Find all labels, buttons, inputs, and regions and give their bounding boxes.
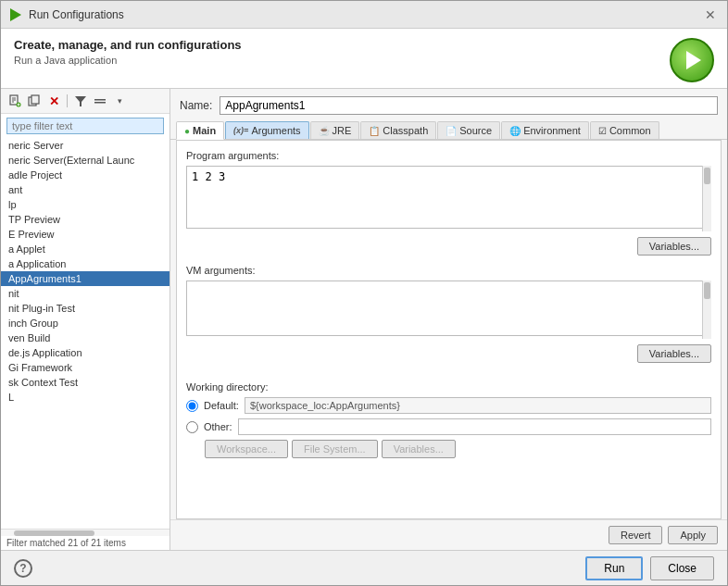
footer-right: Run Close bbox=[585, 556, 714, 580]
list-item[interactable]: lp bbox=[1, 197, 169, 212]
vm-scrollbar-thumb bbox=[704, 282, 710, 299]
dir-variables-button[interactable]: Variables... bbox=[382, 440, 456, 458]
list-item[interactable]: de.js Application bbox=[1, 345, 169, 360]
scroll-thumb bbox=[14, 530, 94, 536]
name-input[interactable] bbox=[220, 96, 718, 115]
list-item[interactable]: a Application bbox=[1, 256, 169, 271]
main-content: ✕ ▾ neric Server neric Ser bbox=[1, 89, 727, 550]
filter-count: Filter matched 21 of 21 items bbox=[1, 536, 169, 550]
delete-config-button[interactable]: ✕ bbox=[45, 93, 62, 109]
list-item[interactable]: E Preview bbox=[1, 227, 169, 242]
svg-rect-12 bbox=[94, 102, 106, 104]
workspace-button[interactable]: Workspace... bbox=[205, 440, 288, 458]
program-variables-button[interactable]: Variables... bbox=[637, 237, 711, 256]
svg-rect-9 bbox=[31, 95, 39, 104]
expand-all-button[interactable]: ▾ bbox=[111, 93, 128, 109]
bottom-actions: Revert Apply bbox=[170, 519, 727, 550]
close-window-button[interactable]: ✕ bbox=[701, 7, 720, 22]
default-radio-row: Default: bbox=[186, 397, 711, 414]
title-text: Run Configurations bbox=[29, 8, 124, 21]
list-item[interactable]: inch Group bbox=[1, 316, 169, 330]
list-item[interactable]: ven Build bbox=[1, 330, 169, 345]
other-dir-input[interactable] bbox=[238, 418, 711, 435]
default-radio-label: Default: bbox=[204, 400, 239, 411]
tab-arguments[interactable]: (x)= Arguments bbox=[225, 121, 308, 139]
vm-args-section: VM arguments: Variables... bbox=[186, 265, 711, 372]
source-icon: 📄 bbox=[446, 126, 457, 136]
working-dir-label: Working directory: bbox=[186, 381, 711, 393]
list-item[interactable]: Gi Framework bbox=[1, 360, 169, 375]
program-args-textarea[interactable]: 1 2 3 bbox=[186, 166, 711, 229]
sidebar-toolbar: ✕ ▾ bbox=[1, 89, 169, 114]
list-item[interactable]: a Applet bbox=[1, 242, 169, 256]
vm-args-wrap bbox=[186, 281, 711, 339]
list-item[interactable]: sk Context Test bbox=[1, 375, 169, 390]
title-bar: Run Configurations ✕ bbox=[1, 1, 727, 29]
other-radio-label: Other: bbox=[204, 421, 232, 432]
common-icon: ☑ bbox=[598, 126, 607, 136]
tab-main[interactable]: ● Main bbox=[176, 121, 224, 140]
default-radio[interactable] bbox=[186, 400, 198, 412]
tab-common[interactable]: ☑ Common bbox=[590, 121, 659, 139]
jre-icon: ☕ bbox=[319, 126, 330, 136]
svg-marker-0 bbox=[10, 8, 21, 21]
tab-environment-label: Environment bbox=[523, 125, 581, 136]
copy-config-button[interactable] bbox=[26, 93, 43, 109]
program-args-label: Program arguments: bbox=[186, 150, 711, 161]
run-config-button[interactable] bbox=[670, 38, 714, 82]
dir-buttons: Workspace... File System... Variables... bbox=[186, 440, 711, 458]
list-item[interactable]: nit bbox=[1, 286, 169, 301]
tab-arguments-label: Arguments bbox=[251, 125, 300, 136]
list-item-selected[interactable]: AppAgruments1 bbox=[1, 271, 169, 286]
revert-button[interactable]: Revert bbox=[609, 526, 662, 544]
working-dir-section: Working directory: Default: Other: bbox=[186, 381, 711, 458]
right-panel: Name: ● Main (x)= Arguments ☕ JRE 📋 bbox=[170, 89, 727, 550]
list-item[interactable]: neric Server(External Launc bbox=[1, 153, 169, 168]
vm-variables-button[interactable]: Variables... bbox=[637, 344, 711, 363]
list-item[interactable]: adle Project bbox=[1, 168, 169, 182]
program-args-scrollbar[interactable] bbox=[702, 166, 711, 231]
tab-jre[interactable]: ☕ JRE bbox=[310, 121, 360, 139]
vm-args-label: VM arguments: bbox=[186, 265, 711, 276]
filter-input[interactable] bbox=[6, 118, 164, 134]
name-row: Name: bbox=[170, 89, 727, 120]
run-configurations-window: Run Configurations ✕ Create, manage, and… bbox=[0, 0, 728, 586]
program-args-section: Program arguments: 1 2 3 Variables... bbox=[186, 150, 711, 265]
arguments-content: Program arguments: 1 2 3 Variables... bbox=[186, 150, 711, 509]
tabs-bar: ● Main (x)= Arguments ☕ JRE 📋 Classpath … bbox=[170, 120, 727, 140]
name-label: Name: bbox=[180, 99, 212, 112]
vm-vars-btn-row: Variables... bbox=[186, 344, 711, 363]
program-args-wrap: 1 2 3 bbox=[186, 166, 711, 231]
filesystem-button[interactable]: File System... bbox=[292, 440, 378, 458]
default-dir-input[interactable] bbox=[245, 397, 711, 414]
header-area: Create, manage, and run configurations R… bbox=[1, 29, 727, 89]
list-item[interactable]: nit Plug-in Test bbox=[1, 301, 169, 316]
collapse-all-button[interactable] bbox=[92, 93, 108, 109]
close-button[interactable]: Close bbox=[650, 556, 714, 580]
title-run-icon bbox=[8, 7, 23, 22]
args-icon: (x)= bbox=[233, 126, 248, 135]
vm-args-textarea[interactable] bbox=[186, 281, 711, 336]
tab-environment[interactable]: 🌐 Environment bbox=[501, 121, 589, 139]
list-item[interactable]: ant bbox=[1, 182, 169, 197]
svg-rect-11 bbox=[94, 99, 106, 101]
tab-common-label: Common bbox=[609, 125, 651, 136]
title-bar-left: Run Configurations bbox=[8, 7, 124, 22]
help-button[interactable]: ? bbox=[14, 559, 32, 578]
other-radio[interactable] bbox=[186, 421, 198, 433]
header-text: Create, manage, and run configurations R… bbox=[14, 38, 242, 66]
new-config-button[interactable] bbox=[6, 93, 23, 109]
apply-button[interactable]: Apply bbox=[668, 526, 718, 544]
sidebar: ✕ ▾ neric Server neric Ser bbox=[1, 89, 170, 550]
list-item[interactable]: TP Preview bbox=[1, 212, 169, 227]
run-button[interactable]: Run bbox=[585, 556, 643, 580]
header-title: Create, manage, and run configurations bbox=[14, 38, 242, 52]
list-item[interactable]: neric Server bbox=[1, 138, 169, 153]
panel-body: Program arguments: 1 2 3 Variables... bbox=[176, 140, 722, 519]
vm-args-scrollbar[interactable] bbox=[702, 281, 711, 339]
filter-configs-button[interactable] bbox=[72, 93, 89, 109]
sidebar-hscrollbar[interactable] bbox=[1, 529, 169, 536]
tab-source[interactable]: 📄 Source bbox=[437, 121, 500, 139]
tab-classpath[interactable]: 📋 Classpath bbox=[360, 121, 436, 139]
list-item[interactable]: L bbox=[1, 390, 169, 405]
